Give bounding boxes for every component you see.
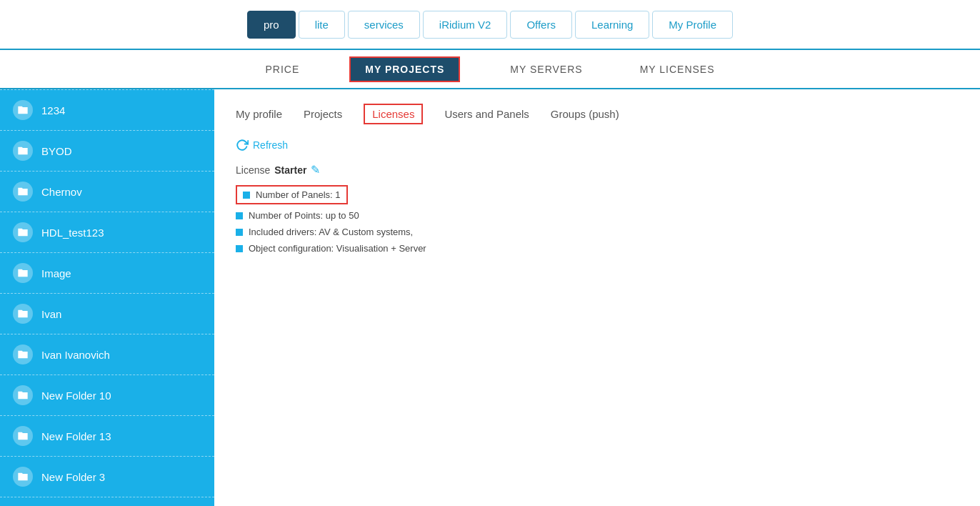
bullet-icon [243,192,250,199]
sidebar-item-label: BYOD [41,145,72,157]
sidebar-item-new-folder-10[interactable]: New Folder 10 [0,375,214,416]
folder-icon [13,304,33,324]
top-nav-bar: proliteservicesiRidium V2OffersLearningM… [0,0,980,50]
folder-icon [13,100,33,120]
sub-tab-groups-(push)[interactable]: Groups (push) [551,105,619,123]
top-nav-item-iridium-v2[interactable]: iRidium V2 [423,11,508,39]
sidebar-item-new-folder-3[interactable]: New Folder 3 [0,457,214,497]
top-nav-item-my-profile[interactable]: My Profile [652,11,733,39]
sidebar-item-label: HDL_test123 [41,227,104,239]
sidebar-item-chernov[interactable]: Chernov [0,172,214,212]
sidebar-item-hdl_test123[interactable]: HDL_test123 [0,212,214,253]
folder-icon [13,222,33,242]
sub-tab-licenses[interactable]: Licenses [364,104,423,124]
license-list: Number of Panels: 1Number of Points: up … [236,185,959,254]
folder-icon [13,263,33,283]
sidebar-item-ivan[interactable]: Ivan [0,294,214,334]
sub-tab-users-and-panels[interactable]: Users and Panels [444,105,529,123]
refresh-label: Refresh [253,139,288,151]
license-title: License Starter ✎ [236,163,959,177]
bullet-icon [236,245,243,252]
license-item-text: Included drivers: AV & Custom systems, [249,227,413,237]
secondary-nav-item-my-projects[interactable]: MY PROJECTS [349,56,460,82]
sidebar: 1234 BYOD Chernov HDL_test123 Image Ivan… [0,89,214,506]
refresh-button[interactable]: Refresh [236,139,288,152]
sidebar-item-label: Ivan [41,308,61,320]
sub-tab-projects[interactable]: Projects [304,105,342,123]
bullet-icon [236,212,243,219]
top-nav-item-pro[interactable]: pro [247,11,296,39]
license-item-text: Number of Panels: 1 [256,189,341,200]
edit-icon[interactable]: ✎ [311,163,320,177]
license-prefix: License [236,164,270,176]
sidebar-item-1234[interactable]: 1234 [0,89,214,131]
license-item-text: Number of Points: up to 50 [249,210,359,221]
sidebar-item-label: Chernov [41,186,82,198]
top-nav-item-lite[interactable]: lite [299,11,345,39]
top-nav-item-services[interactable]: services [348,11,420,39]
license-section: License Starter ✎ Number of Panels: 1Num… [236,163,959,254]
folder-icon [13,141,33,161]
sidebar-item-label: New Folder 10 [41,390,111,402]
secondary-nav-bar: PRICEMY PROJECTSMY SERVERSMY LICENSES [0,50,980,89]
license-list-item: Included drivers: AV & Custom systems, [236,227,959,237]
folder-icon [13,385,33,405]
top-nav-item-offers[interactable]: Offers [510,11,572,39]
folder-icon [13,344,33,364]
secondary-nav-item-price[interactable]: PRICE [258,61,306,78]
sidebar-item-label: 1234 [41,104,65,116]
sidebar-item-label: Image [41,267,71,279]
sidebar-item-byod[interactable]: BYOD [0,131,214,172]
sidebar-item-label: New Folder 13 [41,430,111,442]
sub-tab-my-profile[interactable]: My profile [236,105,282,123]
license-list-item: Number of Points: up to 50 [236,210,959,221]
sidebar-item-label: New Folder 3 [41,471,105,483]
folder-icon [13,426,33,446]
sidebar-item-new-folder-13[interactable]: New Folder 13 [0,416,214,457]
folder-icon [13,467,33,487]
license-item-text: Object configuration: Visualisation + Se… [249,243,426,254]
secondary-nav-item-my-licenses[interactable]: MY LICENSES [633,61,722,78]
sidebar-item-label: Ivan Ivanovich [41,349,110,361]
top-nav-item-learning[interactable]: Learning [575,11,649,39]
top-navigation: proliteservicesiRidium V2OffersLearningM… [247,11,733,39]
secondary-nav-item-my-servers[interactable]: MY SERVERS [503,61,589,78]
main-layout: 1234 BYOD Chernov HDL_test123 Image Ivan… [0,89,980,506]
bullet-icon [236,229,243,236]
sub-tabs: My profileProjectsLicensesUsers and Pane… [236,104,959,124]
refresh-icon [236,139,249,152]
sidebar-item-ivan-ivanovich[interactable]: Ivan Ivanovich [0,334,214,375]
folder-icon [13,182,33,202]
license-name: Starter [274,164,306,176]
license-list-item: Number of Panels: 1 [236,185,348,204]
license-list-item: Object configuration: Visualisation + Se… [236,243,959,254]
content-area: My profileProjectsLicensesUsers and Pane… [214,89,980,506]
sidebar-item-image[interactable]: Image [0,253,214,294]
